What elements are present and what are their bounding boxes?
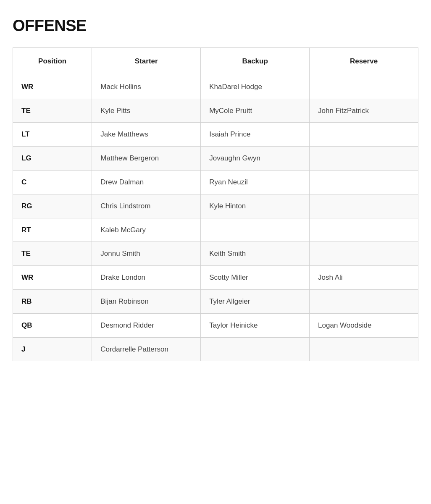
- cell-backup: Ryan Neuzil: [201, 170, 310, 194]
- table-row: WRDrake LondonScotty MillerJosh Ali: [13, 266, 418, 290]
- table-row: TEJonnu SmithKeith Smith: [13, 242, 418, 266]
- table-row: RBBijan RobinsonTyler Allgeier: [13, 289, 418, 313]
- cell-position: TE: [13, 242, 92, 266]
- cell-starter: Chris Lindstrom: [92, 194, 201, 218]
- cell-position: J: [13, 337, 92, 361]
- cell-starter: Matthew Bergeron: [92, 147, 201, 171]
- cell-reserve: [310, 242, 418, 266]
- cell-starter: Kaleb McGary: [92, 218, 201, 242]
- cell-reserve: [310, 75, 418, 99]
- cell-position: C: [13, 170, 92, 194]
- header-position: Position: [13, 48, 92, 75]
- header-starter: Starter: [92, 48, 201, 75]
- cell-starter: Jonnu Smith: [92, 242, 201, 266]
- table-row: JCordarrelle Patterson: [13, 337, 418, 361]
- cell-backup: [201, 337, 310, 361]
- offense-depth-chart: Position Starter Backup Reserve WRMack H…: [13, 47, 418, 361]
- cell-position: TE: [13, 99, 92, 123]
- cell-starter: Drew Dalman: [92, 170, 201, 194]
- table-row: TEKyle PittsMyCole PruittJohn FitzPatric…: [13, 99, 418, 123]
- cell-position: LG: [13, 147, 92, 171]
- cell-position: RB: [13, 289, 92, 313]
- cell-starter: Desmond Ridder: [92, 313, 201, 337]
- cell-position: RT: [13, 218, 92, 242]
- cell-starter: Bijan Robinson: [92, 289, 201, 313]
- cell-backup: Jovaughn Gwyn: [201, 147, 310, 171]
- cell-position: RG: [13, 194, 92, 218]
- cell-backup: Tyler Allgeier: [201, 289, 310, 313]
- table-row: RGChris LindstromKyle Hinton: [13, 194, 418, 218]
- cell-reserve: John FitzPatrick: [310, 99, 418, 123]
- table-row: LTJake MatthewsIsaiah Prince: [13, 123, 418, 147]
- cell-reserve: [310, 147, 418, 171]
- cell-position: LT: [13, 123, 92, 147]
- cell-backup: Kyle Hinton: [201, 194, 310, 218]
- cell-backup: Taylor Heinicke: [201, 313, 310, 337]
- cell-reserve: [310, 194, 418, 218]
- cell-backup: KhaDarel Hodge: [201, 75, 310, 99]
- header-reserve: Reserve: [310, 48, 418, 75]
- cell-starter: Kyle Pitts: [92, 99, 201, 123]
- cell-reserve: [310, 289, 418, 313]
- cell-reserve: [310, 337, 418, 361]
- table-row: QBDesmond RidderTaylor HeinickeLogan Woo…: [13, 313, 418, 337]
- cell-backup: MyCole Pruitt: [201, 99, 310, 123]
- table-row: RTKaleb McGary: [13, 218, 418, 242]
- cell-starter: Drake London: [92, 266, 201, 290]
- table-row: CDrew DalmanRyan Neuzil: [13, 170, 418, 194]
- cell-starter: Mack Hollins: [92, 75, 201, 99]
- cell-reserve: Logan Woodside: [310, 313, 418, 337]
- cell-reserve: [310, 218, 418, 242]
- cell-starter: Jake Matthews: [92, 123, 201, 147]
- cell-starter: Cordarrelle Patterson: [92, 337, 201, 361]
- cell-backup: Isaiah Prince: [201, 123, 310, 147]
- table-header-row: Position Starter Backup Reserve: [13, 48, 418, 75]
- cell-position: QB: [13, 313, 92, 337]
- cell-backup: Keith Smith: [201, 242, 310, 266]
- cell-position: WR: [13, 75, 92, 99]
- cell-backup: Scotty Miller: [201, 266, 310, 290]
- cell-backup: [201, 218, 310, 242]
- page-title: OFFENSE: [13, 17, 418, 35]
- header-backup: Backup: [201, 48, 310, 75]
- cell-reserve: Josh Ali: [310, 266, 418, 290]
- cell-reserve: [310, 123, 418, 147]
- cell-reserve: [310, 170, 418, 194]
- table-row: LGMatthew BergeronJovaughn Gwyn: [13, 147, 418, 171]
- table-row: WRMack HollinsKhaDarel Hodge: [13, 75, 418, 99]
- cell-position: WR: [13, 266, 92, 290]
